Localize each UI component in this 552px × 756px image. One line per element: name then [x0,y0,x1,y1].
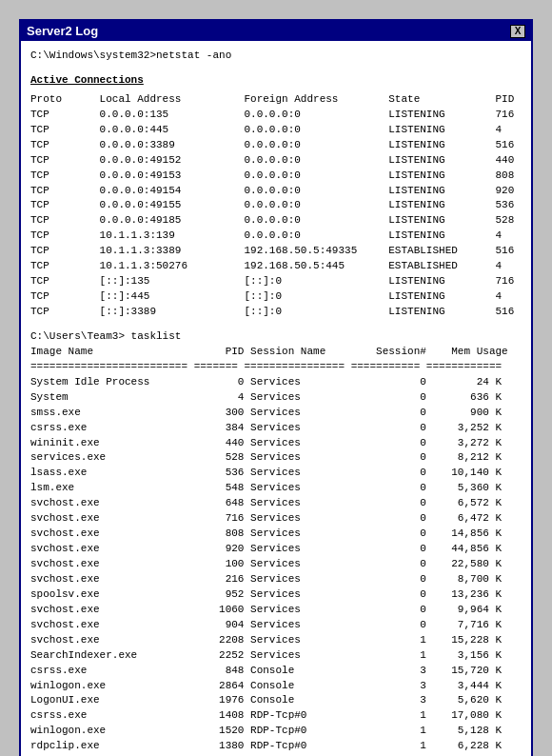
netstat-row: TCP 0.0.0.0:135 0.0.0.0:0 LISTENING 716 [30,108,522,123]
tasklist-row: System 4 Services 0 636 K [30,390,522,406]
tasklist-row: svchost.exe 1060 Services 0 9,964 K [30,603,522,618]
netstat-row: TCP 0.0.0.0:49153 0.0.0.0:0 LISTENING 80… [30,169,522,184]
tasklist-col-header: Image Name PID Session Name Session# Mem… [30,345,522,360]
tasklist-row: lsass.exe 536 Services 0 10,140 K [30,466,522,481]
netstat-row: TCP 10.1.1.3:3389 192.168.50.5:49335 EST… [30,244,522,259]
tasklist-command: C:\Users\Team3> tasklist [30,329,522,345]
tasklist-row: svchost.exe 920 Services 0 44,856 K [30,542,522,557]
netstat-row: TCP [::]:3389 [::]:0 LISTENING 516 [30,305,522,320]
tasklist-row: csrss.exe 848 Console 3 15,720 K [30,664,522,679]
tasklist-row: LogonUI.exe 1976 Console 3 5,620 K [30,693,522,708]
server2-log-window: Server2 Log X C:\Windows\system32>netsta… [19,19,533,756]
netstat-row: TCP 0.0.0.0:49185 0.0.0.0:0 LISTENING 52… [30,213,522,229]
window-title: Server2 Log [27,24,98,38]
tasklist-row: spoolsv.exe 952 Services 0 13,236 K [30,587,522,603]
netstat-command: C:\Windows\system32>netstat -ano [30,49,522,64]
tasklist-row: svchost.exe 904 Services 0 7,716 K [30,618,522,633]
netstat-row: TCP 0.0.0.0:49152 0.0.0.0:0 LISTENING 44… [30,153,522,169]
netstat-row: TCP [::]:445 [::]:0 LISTENING 4 [30,289,522,305]
netstat-header: Proto Local Address Foreign Address Stat… [30,92,522,108]
netstat-rows: TCP 0.0.0.0:135 0.0.0.0:0 LISTENING 716T… [30,108,522,320]
window-content: C:\Windows\system32>netstat -ano Active … [21,41,531,756]
tasklist-row: svchost.exe 716 Services 0 6,472 K [30,511,522,527]
netstat-row: TCP [::]:135 [::]:0 LISTENING 716 [30,274,522,289]
close-button[interactable]: X [510,25,525,38]
tasklist-separator: ========================= ======= ======… [30,360,522,375]
tasklist-row: smss.exe 300 Services 0 900 K [30,406,522,421]
netstat-row: TCP 10.1.1.3:50276 192.168.50.5:445 ESTA… [30,259,522,274]
tasklist-row: svchost.exe 2208 Services 1 15,228 K [30,633,522,648]
tasklist-row: services.exe 528 Services 0 8,212 K [30,450,522,466]
tasklist-row: wininit.exe 440 Services 0 3,272 K [30,436,522,451]
tasklist-row: svchost.exe 808 Services 0 14,856 K [30,527,522,542]
tasklist-row: svchost.exe 216 Services 0 8,700 K [30,572,522,587]
tasklist-row: SearchIndexer.exe 2252 Services 1 3,156 … [30,648,522,664]
netstat-row: TCP 0.0.0.0:49154 0.0.0.0:0 LISTENING 92… [30,184,522,199]
tasklist-rows: System Idle Process 0 Services 0 24 KSys… [30,375,522,756]
netstat-row: TCP 0.0.0.0:445 0.0.0.0:0 LISTENING 4 [30,123,522,138]
netstat-row: TCP 0.0.0.0:3389 0.0.0.0:0 LISTENING 516 [30,138,522,153]
tasklist-row: rdpclip.exe 1380 RDP-Tcp#0 1 6,228 K [30,739,522,754]
tasklist-row: winlogon.exe 1520 RDP-Tcp#0 1 5,128 K [30,724,522,739]
tasklist-row: winlogon.exe 2864 Console 3 3,444 K [30,679,522,694]
tasklist-row: csrss.exe 384 Services 0 3,252 K [30,421,522,436]
tasklist-row: svchost.exe 100 Services 0 22,580 K [30,557,522,572]
netstat-row: TCP 0.0.0.0:49155 0.0.0.0:0 LISTENING 53… [30,198,522,213]
title-bar: Server2 Log X [21,21,531,41]
netstat-section-title: Active Connections [30,73,522,89]
tasklist-row: svchost.exe 648 Services 0 6,572 K [30,496,522,511]
tasklist-row: lsm.exe 548 Services 0 5,360 K [30,481,522,496]
tasklist-row: csrss.exe 1408 RDP-Tcp#0 1 17,080 K [30,708,522,724]
netstat-row: TCP 10.1.1.3:139 0.0.0.0:0 LISTENING 4 [30,229,522,244]
tasklist-row: System Idle Process 0 Services 0 24 K [30,375,522,390]
